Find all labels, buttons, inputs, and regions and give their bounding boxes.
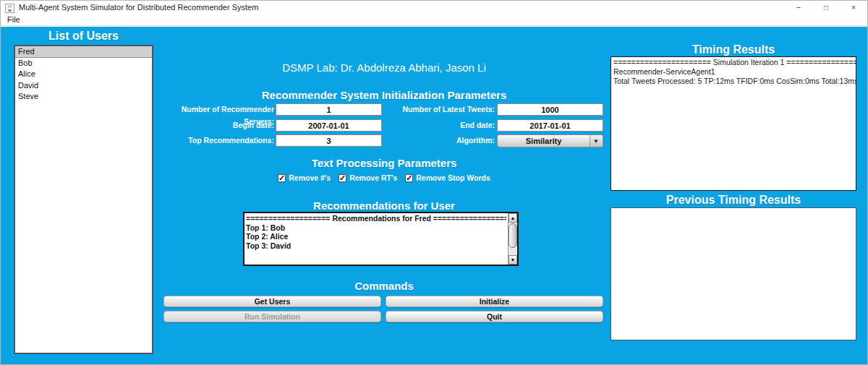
init-params-heading: Recommender System Initialization Parame… xyxy=(165,89,603,101)
checkmark-icon: ✓ xyxy=(405,174,413,182)
timing-agent-line: Recommender-ServiceAgent1 xyxy=(613,67,854,77)
commands-heading: Commands xyxy=(165,280,603,292)
top-recs-input[interactable] xyxy=(276,134,382,147)
remove-stop-words-label: Remove Stop Words xyxy=(416,173,490,182)
timing-results-heading: Timing Results xyxy=(610,43,856,56)
previous-timing-textarea[interactable] xyxy=(610,207,856,340)
app-window: Multi-Agent System Simulator for Distrib… xyxy=(0,0,868,365)
algorithm-label: Algorithm: xyxy=(384,134,495,147)
list-item-user[interactable]: David xyxy=(15,80,152,92)
servers-input[interactable] xyxy=(276,103,382,116)
begin-date-input[interactable] xyxy=(276,119,382,132)
lab-credit-heading: DSMP Lab: Dr. Abdolreza Abhari, Jason Li xyxy=(165,61,603,74)
user-list-title: List of Users xyxy=(14,30,153,43)
list-item-user[interactable]: Steve xyxy=(15,91,152,103)
end-date-input[interactable] xyxy=(497,119,603,132)
text-processing-options: ✓ Remove #'s ✓ Remove RT's ✓ Remove Stop… xyxy=(165,173,603,182)
recommendations-heading: Recommendations for User xyxy=(165,199,603,212)
remove-hashtags-checkbox[interactable]: ✓ Remove #'s xyxy=(278,173,331,182)
user-list[interactable]: Fred Bob Alice David Steve xyxy=(14,45,153,354)
maximize-button[interactable]: □ xyxy=(812,1,840,14)
list-item-user[interactable]: Bob xyxy=(15,58,152,69)
window-title: Multi-Agent System Simulator for Distrib… xyxy=(19,3,258,12)
checkmark-icon: ✓ xyxy=(278,174,286,182)
menu-bar: File xyxy=(1,14,867,26)
quit-button[interactable]: Quit xyxy=(386,311,603,322)
timing-iteration-line: ====================== Simulation Iterat… xyxy=(613,58,854,67)
timing-results-textarea[interactable]: ====================== Simulation Iterat… xyxy=(610,56,856,191)
remove-stop-words-checkbox[interactable]: ✓ Remove Stop Words xyxy=(405,173,490,182)
list-item-user[interactable]: Fred xyxy=(15,46,152,58)
initialize-button[interactable]: Initialize xyxy=(386,296,603,307)
vertical-scrollbar[interactable]: ▲ ▼ xyxy=(508,213,517,265)
previous-timing-heading: Previous Timing Results xyxy=(610,194,856,207)
algorithm-selected-value: Similarity xyxy=(498,137,590,145)
scrollbar-thumb[interactable] xyxy=(509,223,517,248)
minimize-button[interactable]: − xyxy=(785,1,812,14)
latest-tweets-label: Number of Latest Tweets: xyxy=(384,103,495,116)
remove-hashtags-label: Remove #'s xyxy=(289,173,331,182)
list-item-user[interactable]: Alice xyxy=(15,69,152,80)
main-content: List of Users Fred Bob Alice David Steve… xyxy=(1,27,867,364)
remove-retweets-checkbox[interactable]: ✓ Remove RT's xyxy=(339,173,397,182)
recommendations-content: =================== Recommendations for … xyxy=(246,214,506,264)
checkmark-icon: ✓ xyxy=(339,174,346,182)
window-controls: − □ × xyxy=(785,1,867,14)
recommendation-entry: Top 2: Alice xyxy=(246,232,506,241)
run-simulation-button[interactable]: Run Simulation xyxy=(163,311,381,322)
text-processing-heading: Text Processing Parameters xyxy=(165,157,603,169)
menu-file[interactable]: File xyxy=(1,15,27,24)
java-app-icon xyxy=(5,3,14,12)
begin-date-label: Begin date: xyxy=(161,119,274,132)
timing-stats-line: Total Tweets Processed: 5 TP:12ms TFIDF:… xyxy=(613,77,854,86)
top-recs-label: Top Recommendations: xyxy=(161,134,274,147)
algorithm-select[interactable]: Similarity ▼ xyxy=(497,134,603,147)
scroll-up-icon[interactable]: ▲ xyxy=(509,213,517,223)
remove-retweets-label: Remove RT's xyxy=(349,173,397,182)
chevron-down-icon[interactable]: ▼ xyxy=(590,135,602,147)
recommendations-header-line: =================== Recommendations for … xyxy=(246,214,506,223)
scroll-down-icon[interactable]: ▼ xyxy=(509,255,517,265)
recommendations-textarea[interactable]: =================== Recommendations for … xyxy=(243,212,519,266)
titlebar: Multi-Agent System Simulator for Distrib… xyxy=(1,1,867,14)
close-button[interactable]: × xyxy=(840,1,867,14)
end-date-label: End date: xyxy=(384,119,495,132)
recommendation-entry: Top 3: David xyxy=(246,241,506,251)
recommendation-entry: Top 1: Bob xyxy=(246,223,506,233)
latest-tweets-input[interactable] xyxy=(497,103,603,116)
get-users-button[interactable]: Get Users xyxy=(163,296,381,307)
